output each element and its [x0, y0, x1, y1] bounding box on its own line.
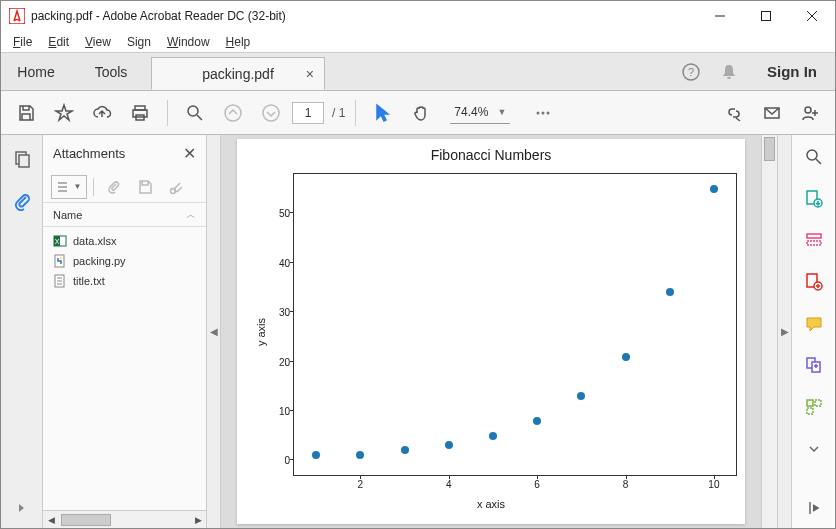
- attachments-view-dropdown[interactable]: ▼: [51, 175, 87, 199]
- file-item[interactable]: packing.py: [43, 251, 206, 271]
- svg-rect-49: [815, 400, 821, 406]
- menu-edit[interactable]: Edit: [40, 33, 77, 51]
- mail-icon[interactable]: [755, 96, 789, 130]
- tab-document[interactable]: packing.pdf ×: [151, 57, 325, 90]
- attachments-column-header[interactable]: Name ︿: [43, 203, 206, 227]
- selection-icon[interactable]: [366, 96, 400, 130]
- data-point: [666, 288, 674, 296]
- py-icon: [53, 254, 67, 268]
- attachments-header: Attachments ✕: [43, 135, 206, 171]
- svg-rect-48: [807, 400, 813, 406]
- attachments-hscrollbar[interactable]: ◀ ▶: [43, 510, 206, 528]
- help-icon[interactable]: ?: [681, 62, 701, 82]
- scroll-left-icon[interactable]: ◀: [43, 512, 59, 528]
- file-item[interactable]: X data.xlsx: [43, 231, 206, 251]
- chevron-down-icon[interactable]: [801, 437, 827, 461]
- app-icon: [9, 8, 25, 24]
- attachments-close-icon[interactable]: ✕: [183, 144, 196, 163]
- attachments-toolbar: ▼: [43, 171, 206, 203]
- add-person-icon[interactable]: [793, 96, 827, 130]
- hand-icon[interactable]: [404, 96, 438, 130]
- attachments-open-icon[interactable]: [100, 175, 126, 199]
- chevron-down-icon: ▼: [497, 107, 506, 117]
- right-tools-rail: [791, 135, 835, 528]
- svg-text:?: ?: [688, 66, 694, 78]
- collapse-right-handle[interactable]: ▶: [777, 135, 791, 528]
- chart-ylabel: y axis: [255, 317, 267, 345]
- svg-point-12: [225, 105, 241, 121]
- chart-plot-area: 01020304050246810: [293, 173, 737, 476]
- create-pdf-icon[interactable]: [801, 270, 827, 294]
- data-point: [445, 441, 453, 449]
- cloud-upload-icon[interactable]: [85, 96, 119, 130]
- collapse-left-handle[interactable]: ◀: [207, 135, 221, 528]
- tab-home[interactable]: Home: [1, 53, 71, 90]
- svg-point-18: [805, 107, 811, 113]
- file-item[interactable]: title.txt: [43, 271, 206, 291]
- menu-view[interactable]: View: [77, 33, 119, 51]
- file-name: title.txt: [73, 275, 105, 287]
- export-pdf-icon[interactable]: [801, 187, 827, 211]
- signin-button[interactable]: Sign In: [757, 63, 827, 80]
- left-rail-expand-icon[interactable]: [8, 494, 36, 522]
- menu-sign[interactable]: Sign: [119, 33, 159, 51]
- svg-point-16: [547, 111, 550, 114]
- document-viewport[interactable]: Fibonacci Numbers y axis x axis 01020304…: [221, 135, 777, 528]
- search-tool-icon[interactable]: [801, 145, 827, 169]
- tab-close-icon[interactable]: ×: [306, 66, 314, 82]
- edit-pdf-icon[interactable]: [801, 228, 827, 252]
- star-icon[interactable]: [47, 96, 81, 130]
- organize-icon[interactable]: [801, 395, 827, 419]
- x-tick-label: 10: [708, 479, 719, 490]
- combine-icon[interactable]: [801, 353, 827, 377]
- menu-bar: File Edit View Sign Window Help: [1, 31, 835, 53]
- divider: [93, 178, 94, 196]
- minimize-button[interactable]: [697, 1, 743, 31]
- chart-xlabel: x axis: [237, 498, 745, 510]
- search-icon[interactable]: [178, 96, 212, 130]
- collapse-tools-icon[interactable]: [801, 496, 827, 520]
- scroll-thumb[interactable]: [61, 514, 111, 526]
- attachments-icon[interactable]: [8, 187, 36, 215]
- x-tick-mark: [449, 475, 450, 479]
- scroll-thumb[interactable]: [764, 137, 775, 161]
- maximize-button[interactable]: [743, 1, 789, 31]
- zoom-value: 74.4%: [454, 105, 488, 119]
- thumbnails-icon[interactable]: [8, 145, 36, 173]
- svg-rect-41: [807, 241, 821, 245]
- viewport-vscrollbar[interactable]: [761, 135, 777, 528]
- bell-icon[interactable]: [719, 62, 739, 82]
- svg-text:X: X: [55, 238, 60, 245]
- svg-rect-8: [133, 110, 147, 117]
- tab-tools[interactable]: Tools: [71, 53, 151, 90]
- toolbar-divider: [355, 100, 356, 126]
- x-tick-label: 2: [358, 479, 364, 490]
- page-up-icon[interactable]: [216, 96, 250, 130]
- attachments-add-icon[interactable]: [164, 175, 190, 199]
- comment-icon[interactable]: [801, 312, 827, 336]
- link-icon[interactable]: [717, 96, 751, 130]
- more-icon[interactable]: [526, 96, 560, 130]
- attachments-file-list: X data.xlsx packing.py title.txt: [43, 227, 206, 510]
- close-button[interactable]: [789, 1, 835, 31]
- print-icon[interactable]: [123, 96, 157, 130]
- y-tick-mark: [290, 459, 294, 460]
- menu-file[interactable]: File: [5, 33, 40, 51]
- menu-window[interactable]: Window: [159, 33, 218, 51]
- svg-point-15: [542, 111, 545, 114]
- attachments-save-icon[interactable]: [132, 175, 158, 199]
- page-down-icon[interactable]: [254, 96, 288, 130]
- menu-help[interactable]: Help: [218, 33, 259, 51]
- chart-title: Fibonacci Numbers: [237, 147, 745, 163]
- x-tick-mark: [537, 475, 538, 479]
- y-tick-mark: [290, 212, 294, 213]
- zoom-dropdown[interactable]: 74.4% ▼: [450, 102, 510, 124]
- page-number-input[interactable]: [292, 102, 324, 124]
- txt-icon: [53, 274, 67, 288]
- save-icon[interactable]: [9, 96, 43, 130]
- y-tick-label: 0: [284, 455, 290, 466]
- scroll-right-icon[interactable]: ▶: [190, 512, 206, 528]
- svg-line-37: [816, 159, 821, 164]
- data-point: [401, 446, 409, 454]
- main-area: Attachments ✕ ▼ Name ︿ X data.xlsx packi…: [1, 135, 835, 528]
